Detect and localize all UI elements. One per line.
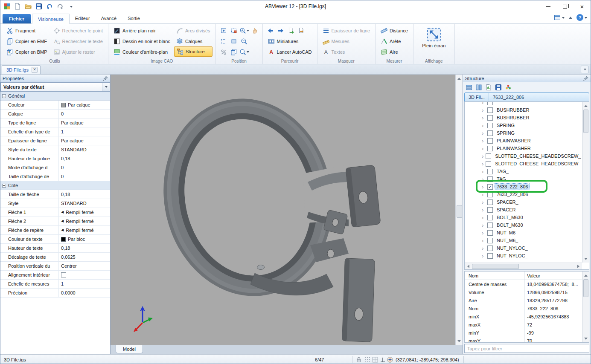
snap-grid-icon[interactable] [364, 355, 371, 364]
tree-item-checkbox[interactable] [487, 138, 493, 144]
pin-icon[interactable] [583, 75, 589, 82]
tree-item[interactable]: › TAG_ [465, 168, 582, 175]
help-icon[interactable]: ? [576, 14, 587, 21]
select-window-button[interactable] [219, 26, 228, 35]
black-background-button[interactable]: Arrière plan noir [111, 25, 172, 36]
zoom-scale-button[interactable] [219, 47, 228, 57]
customize-quick-access-dropdown[interactable] [66, 2, 76, 11]
scroll-down-icon[interactable] [582, 256, 589, 263]
property-value[interactable]: 1 [59, 280, 110, 288]
tree-item-checkbox[interactable] [487, 207, 493, 213]
property-row[interactable]: Décalage de texte 0,0625 [0, 253, 110, 262]
tree-item[interactable]: › SLOTTED_CHEESE_HEADEDSCREW_ [465, 152, 582, 160]
chevron-right-icon[interactable]: › [482, 222, 485, 228]
chevron-right-icon[interactable]: › [482, 253, 485, 259]
property-row[interactable]: Calque 0 [0, 110, 110, 118]
chevron-right-icon[interactable]: › [482, 146, 485, 151]
document-tab[interactable]: 3D File.igs ✕ [2, 65, 41, 74]
tree-horizontal-scrollbar[interactable] [465, 263, 582, 269]
property-row[interactable]: Flèche 2 ◀Rempli fermé [0, 217, 110, 226]
fullscreen-button[interactable]: Plein écran [416, 25, 451, 48]
property-value[interactable]: Centrer [59, 262, 110, 270]
property-value[interactable]: 0,18 [59, 154, 110, 163]
tree-item-checkbox[interactable] [487, 230, 493, 236]
chevron-right-icon[interactable]: › [482, 169, 485, 174]
details-vertical-scrollbar[interactable] [582, 272, 589, 342]
copy-bmp-button[interactable]: Copier en BMP [4, 46, 49, 57]
tree-item[interactable]: › BOLT_M630 [465, 214, 582, 221]
tree-item[interactable]: › SPRING [465, 121, 582, 129]
tree-item-checkbox[interactable] [487, 246, 493, 251]
layers-button[interactable]: Calques [174, 36, 213, 46]
launch-autocad-button[interactable]: Lancer AutoCAD [266, 46, 314, 57]
tree-item-checkbox[interactable] [487, 115, 493, 121]
tree-item[interactable]: › PLAINWASHER [465, 137, 582, 144]
zoom-out-button[interactable] [239, 36, 249, 46]
tree-item-checkbox[interactable] [487, 130, 493, 136]
tree-item-checkbox[interactable] [487, 222, 493, 228]
tab-visionneuse[interactable]: Visionneuse [32, 14, 70, 24]
property-value[interactable]: Par bloc [59, 235, 110, 243]
property-row[interactable]: Echelle de mesures 1 [0, 280, 110, 289]
tree-item[interactable]: › BUSHRUBBER [465, 106, 582, 114]
report-icon[interactable] [484, 83, 493, 92]
app-logo-icon[interactable] [2, 2, 12, 11]
interface-style-dropdown[interactable] [554, 14, 565, 21]
chevron-right-icon[interactable]: › [482, 107, 485, 113]
chevron-right-icon[interactable]: › [482, 230, 485, 236]
black-white-drawing-button[interactable]: Dessin en noir et blanc [111, 36, 172, 46]
property-value[interactable]: Par calque [59, 136, 110, 145]
scrollbar-thumb[interactable] [472, 264, 519, 269]
color-settings-icon[interactable] [504, 83, 512, 92]
background-color-button[interactable]: Couleur d'arrière-plan [111, 46, 172, 57]
scroll-down-icon[interactable] [456, 338, 463, 345]
chevron-right-icon[interactable]: › [482, 161, 483, 167]
scroll-up-icon[interactable] [456, 75, 463, 81]
tree-item[interactable]: › ✓ 7633_222_806 [465, 183, 582, 191]
scrollbar-thumb[interactable] [583, 279, 588, 297]
tree-item[interactable]: › NUT_NYLOC_ [465, 244, 582, 252]
goto-page-button[interactable] [286, 26, 296, 35]
chevron-down-icon[interactable] [102, 83, 109, 91]
tree-item-checkbox[interactable] [487, 253, 493, 259]
columns-view-icon[interactable] [475, 83, 483, 92]
tree-vertical-scrollbar[interactable] [582, 102, 589, 263]
tree-item[interactable]: › SPACER_ [465, 206, 582, 214]
chevron-right-icon[interactable]: › [482, 130, 485, 136]
property-row[interactable]: Position verticale du Centrer [0, 262, 110, 271]
filter-input[interactable] [465, 344, 589, 352]
tree-item-checkbox[interactable] [487, 101, 493, 105]
restore-button[interactable] [556, 0, 574, 12]
adjust-raster-button[interactable]: Ajuster le raster [51, 46, 105, 57]
property-row[interactable]: Style du texte STANDARD [0, 145, 110, 154]
close-document-icon[interactable]: ✕ [32, 67, 38, 73]
chevron-right-icon[interactable]: › [482, 123, 485, 128]
copy-emf-button[interactable]: Copier en EMF [4, 36, 49, 46]
tree-item[interactable]: › [465, 101, 582, 106]
property-value[interactable]: 1 [59, 127, 110, 136]
tree-item-checkbox[interactable] [487, 146, 493, 151]
properties-preset-select[interactable]: Valeurs par défaut [0, 82, 110, 92]
chevron-right-icon[interactable]: › [482, 153, 483, 159]
property-value[interactable]: 0 [59, 110, 110, 118]
scrollbar-thumb[interactable] [457, 205, 462, 218]
property-row[interactable]: Type de ligne Par calque [0, 118, 110, 127]
tab-fichier[interactable]: Fichier [3, 14, 31, 23]
tab-avance[interactable]: Avancé [96, 13, 122, 23]
measure-area-button[interactable]: Aire [378, 46, 410, 57]
tree-item[interactable]: › SPRING [465, 129, 582, 137]
chevron-right-icon[interactable]: › [482, 238, 485, 243]
scroll-right-icon[interactable] [576, 263, 582, 270]
property-value[interactable] [59, 271, 110, 279]
browse-forward-button[interactable] [276, 26, 285, 35]
property-row[interactable]: Hauteur de texte 0,18 [0, 244, 110, 253]
divided-arcs-button[interactable]: Arcs divisés [174, 25, 213, 36]
tab-editeur[interactable]: Editeur [70, 13, 96, 23]
zoom-in-button[interactable] [239, 26, 249, 35]
property-value[interactable]: STANDARD [59, 199, 110, 208]
property-checkbox[interactable] [61, 272, 66, 277]
scrollbar-thumb[interactable] [583, 110, 588, 133]
tree-item-checkbox[interactable] [486, 161, 491, 167]
measure-distance-button[interactable]: Distance [378, 25, 410, 36]
property-row[interactable]: Hauteur de la police 0,18 [0, 154, 110, 163]
